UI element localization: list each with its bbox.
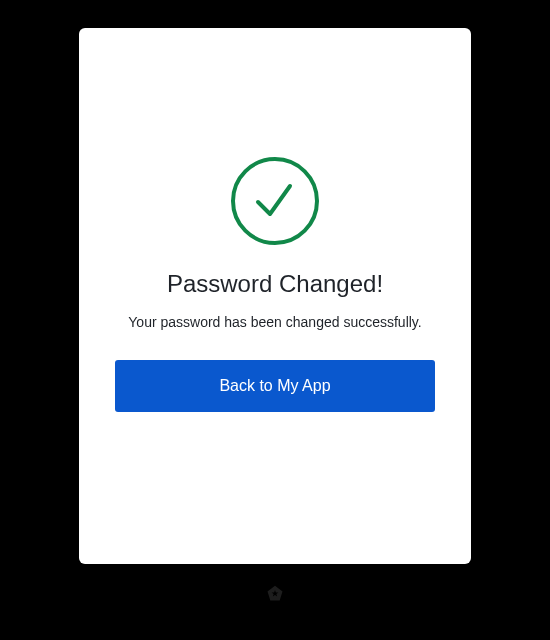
- svg-point-0: [233, 159, 317, 243]
- back-button-label: Back to My App: [219, 377, 330, 395]
- success-check-icon: [230, 156, 320, 246]
- auth0-logo-icon: [266, 585, 284, 603]
- confirmation-title: Password Changed!: [167, 270, 383, 298]
- confirmation-subtitle: Your password has been changed successfu…: [128, 314, 421, 330]
- confirmation-card: Password Changed! Your password has been…: [79, 28, 471, 564]
- back-button[interactable]: Back to My App: [115, 360, 435, 412]
